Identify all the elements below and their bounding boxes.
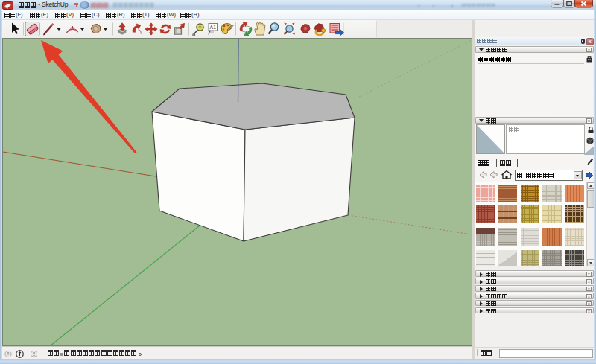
svg-text:A1: A1 bbox=[210, 25, 217, 30]
